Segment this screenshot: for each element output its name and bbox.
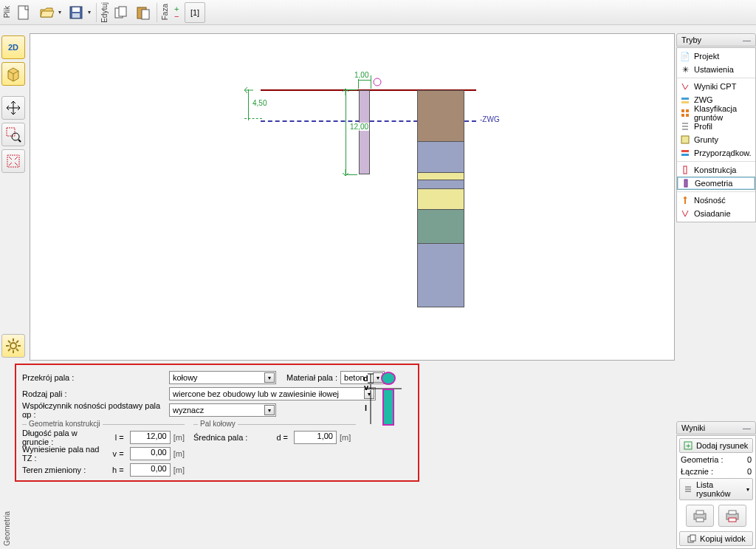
tree-item-ustawienia[interactable]: ✳Ustawienia [677, 63, 755, 76]
modified-terrain-label: Teren zmieniony : [22, 466, 104, 474]
copy-view-button[interactable]: Kopiuj widok [679, 531, 753, 546]
tree-item-capacity[interactable]: Nośność [677, 194, 755, 207]
print-button[interactable] [686, 505, 714, 527]
add-drawing-button[interactable]: + Dodaj rysunek [679, 438, 753, 453]
settings-gear-button[interactable] [1, 334, 25, 358]
geometry-form: Przekrój pala : kołowy▾ Materiał pala : … [15, 364, 419, 482]
new-file-button[interactable] [13, 2, 34, 23]
add-drawing-icon: + [683, 440, 693, 451]
tree-item-geometry[interactable]: Geometria [677, 177, 755, 190]
tree-item-construction[interactable]: Konstrukcja [677, 163, 755, 177]
svg-rect-35 [686, 109, 689, 112]
svg-line-16 [18, 140, 21, 142]
svg-rect-42 [681, 150, 689, 152]
diameter-input[interactable]: 1,00 [294, 431, 337, 444]
plus-minus-icon: +− [173, 5, 182, 20]
svg-rect-2 [72, 7, 80, 12]
fit-view-button[interactable] [1, 149, 25, 173]
tree-item-assign[interactable]: Przyporządkow. [677, 146, 755, 160]
coef-select[interactable]: wyznacz▾ [169, 403, 276, 417]
right-panel: Tryby — 📄Projekt ✳Ustawienia Wyniki CPT … [676, 33, 756, 549]
rise-input[interactable]: 0,00 [130, 447, 171, 460]
pile-top-marker-icon [372, 77, 382, 87]
length-input[interactable]: 12,00 [130, 431, 171, 444]
tree-item-soils[interactable]: Grunty [677, 133, 755, 146]
add-phase-button[interactable]: +− [171, 2, 183, 23]
dim-line-450 [248, 89, 249, 120]
zoom-select-button[interactable] [1, 123, 25, 146]
left-toolbar: 2D [1, 35, 28, 173]
geometry-icon [681, 178, 691, 188]
svg-line-20 [9, 163, 12, 166]
svg-rect-54 [696, 511, 704, 514]
results-panel-header: Wyniki — [676, 421, 756, 434]
settings-icon: ✳ [680, 64, 690, 75]
pile-type-select[interactable]: wiercone bez obudowy lub w zawiesinie ił… [169, 387, 376, 400]
modes-panel-header: Tryby — [676, 33, 756, 47]
svg-rect-57 [729, 511, 736, 514]
pile-schematic: d v l [365, 369, 402, 429]
open-file-button[interactable]: ▾ [35, 2, 63, 23]
new-file-icon [16, 4, 31, 21]
tree-item-projekt[interactable]: 📄Projekt [677, 50, 755, 63]
settlement-icon [680, 208, 690, 219]
results-panel: Wyniki — + Dodaj rysunek Geometria :0 Łą… [676, 421, 756, 549]
circ-group-legend: Pal kołowy [198, 420, 238, 428]
paste-button[interactable] [133, 2, 154, 23]
svg-rect-3 [72, 13, 80, 18]
view-3d-button[interactable] [1, 62, 25, 86]
save-file-button[interactable]: ▾ [65, 2, 93, 23]
svg-line-28 [16, 349, 18, 351]
paste-icon [135, 5, 151, 20]
copy-icon [113, 5, 129, 20]
profile-icon [680, 121, 690, 132]
svg-point-22 [10, 343, 16, 349]
svg-rect-34 [681, 109, 684, 112]
save-icon [69, 5, 83, 20]
copy-button[interactable] [111, 2, 131, 23]
svg-rect-55 [696, 518, 704, 522]
tree-item-settlement[interactable]: Osiadanie [677, 207, 755, 220]
print-color-button[interactable] [718, 505, 746, 527]
geom-group-legend: Geometria konstrukcji [27, 420, 103, 428]
minimize-icon[interactable]: — [743, 423, 751, 432]
svg-line-27 [8, 341, 10, 343]
drawing-canvas[interactable]: -ZWG 4,50 12,00 1,00 [30, 33, 675, 361]
dropdown-arrow-icon: ▾ [58, 9, 61, 16]
cpt-icon [680, 81, 690, 92]
pile-shape [359, 90, 370, 174]
tree-item-cpt[interactable]: Wyniki CPT [677, 80, 755, 93]
move-arrows-icon [5, 100, 21, 116]
soil-layer-7 [417, 244, 464, 307]
water-icon [680, 95, 690, 105]
tree-item-classification[interactable]: Klasyfikacja gruntów [677, 106, 755, 120]
classification-icon [680, 108, 690, 118]
svg-rect-36 [681, 114, 684, 117]
view-2d-button[interactable]: 2D [1, 35, 25, 59]
material-label: Materiał pala : [286, 373, 337, 382]
phase-1-button[interactable]: [1] [185, 2, 205, 23]
drawings-list-button[interactable]: Lista rysunków ▾ [679, 478, 753, 500]
svg-rect-33 [681, 101, 689, 103]
svg-point-15 [12, 133, 19, 140]
dim-line-1200 [346, 89, 346, 174]
cross-section-label: Przekrój pala : [22, 373, 166, 382]
modified-terrain-input[interactable]: 0,00 [130, 463, 171, 477]
svg-rect-60 [690, 535, 695, 541]
cross-section-select[interactable]: kołowy▾ [169, 371, 276, 384]
minimize-icon[interactable]: — [743, 35, 751, 44]
move-tool-button[interactable] [1, 96, 25, 120]
svg-rect-45 [684, 180, 687, 187]
svg-line-21 [15, 163, 18, 166]
svg-rect-14 [7, 128, 15, 136]
svg-rect-47 [684, 200, 686, 204]
length-label: Długość pala w gruncie : [22, 429, 104, 446]
printer-color-icon [724, 509, 740, 522]
svg-rect-0 [18, 6, 28, 19]
svg-text:−: − [174, 12, 179, 20]
svg-point-46 [684, 197, 687, 200]
svg-rect-37 [686, 114, 689, 117]
svg-rect-44 [684, 166, 687, 174]
list-icon [683, 484, 693, 494]
svg-rect-43 [681, 154, 689, 156]
